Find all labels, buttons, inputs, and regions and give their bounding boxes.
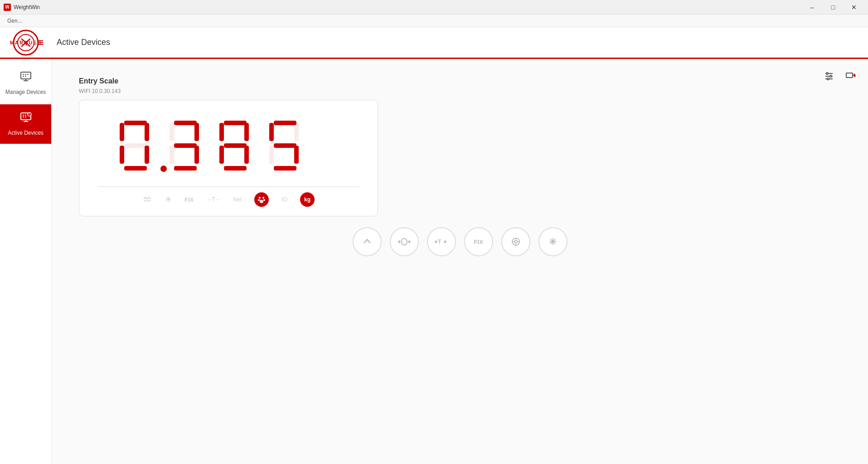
scale-name: Entry Scale [79,77,841,85]
sidebar: Manage Devices [0,59,52,464]
svg-rect-71 [174,143,197,148]
svg-rect-77 [224,166,247,171]
svg-rect-76 [224,143,247,148]
svg-point-26 [826,73,828,74]
marques-logo: MARQUES [9,29,43,56]
svg-text:T: T [438,239,441,245]
svg-rect-83 [274,143,296,148]
svg-rect-86 [294,146,299,164]
svg-rect-78 [219,123,224,141]
maximize-button[interactable]: □ [823,0,844,15]
svg-rect-75 [224,121,247,125]
indicator-io: IO [281,196,287,203]
svg-rect-13 [25,76,26,77]
disconnect-button[interactable] [843,68,859,84]
fix-button[interactable]: FIX [464,227,493,256]
title-bar-left: W WeightWin [4,4,40,11]
seven-segment-svg [115,116,342,175]
tare-button[interactable]: T [427,227,456,256]
svg-rect-74 [194,146,199,164]
indicator-tare: →T← [206,196,220,203]
svg-point-88 [259,197,261,199]
digital-display [97,114,359,177]
settings-button[interactable] [821,68,837,84]
svg-rect-29 [846,73,853,78]
active-devices-icon [19,112,32,127]
sidebar-item-manage-devices[interactable]: Manage Devices [0,63,51,103]
svg-rect-65 [120,123,124,141]
svg-rect-82 [274,121,296,125]
svg-rect-64 [124,166,147,171]
header-title: Active Devices [57,38,110,47]
zero-button[interactable] [390,227,419,256]
svg-rect-11 [27,74,29,75]
svg-rect-12 [23,76,24,77]
scale-wifi: WIFI 10.0.30.143 [79,88,841,94]
title-bar: W WeightWin – □ ✕ [0,0,868,15]
asterisk-button[interactable]: ✳ [538,227,567,256]
indicator-fix: FIX [184,196,194,203]
svg-rect-85 [269,123,274,141]
svg-rect-20 [25,115,26,116]
sidebar-item-active-devices[interactable]: Active Devices [0,104,51,143]
window-title: WeightWin [14,4,40,10]
svg-rect-73 [194,123,199,141]
app-icon: W [4,4,11,11]
main-content: Entry Scale WIFI 10.0.30.143 [52,59,868,464]
top-right-icons [821,68,859,84]
manage-devices-icon [19,71,32,86]
svg-rect-68 [145,146,149,164]
indicator-net: Net [233,196,242,203]
menu-bar: Gen... [0,15,868,27]
svg-rect-19 [23,115,24,116]
svg-rect-67 [120,146,124,164]
svg-rect-70 [174,121,197,125]
svg-rect-60 [294,123,299,141]
svg-point-69 [160,166,167,172]
svg-rect-35 [124,143,147,148]
svg-rect-45 [170,123,174,141]
svg-rect-66 [145,123,149,141]
svg-rect-80 [219,146,224,164]
svg-point-90 [258,199,260,201]
svg-point-89 [262,197,264,199]
window-controls: – □ ✕ [802,0,864,15]
scale-card: ✳ FIX →T← Net [79,100,378,216]
indicator-animal [254,192,269,207]
app-header: MARQUES Active Devices [0,27,868,59]
target-button[interactable] [501,227,530,256]
sidebar-label-manage: Manage Devices [5,89,46,95]
svg-point-100 [514,240,517,243]
close-button[interactable]: ✕ [844,0,864,15]
up-arrow-button[interactable] [353,227,382,256]
app-container: MARQUES Active Devices [0,27,868,464]
svg-point-27 [830,75,832,77]
menu-gen[interactable]: Gen... [4,17,26,25]
indicator-asterisk: ✳ [165,195,172,205]
svg-rect-79 [244,123,249,141]
svg-point-92 [260,200,263,203]
svg-point-28 [827,78,829,80]
svg-rect-9 [23,74,24,75]
control-buttons: T FIX [79,227,841,256]
svg-text:MARQUES: MARQUES [10,40,42,45]
logo-area: MARQUES [9,29,43,56]
svg-rect-6 [21,72,31,79]
content-area: Manage Devices [0,59,868,464]
minimize-button[interactable]: – [802,0,823,15]
svg-rect-94 [402,239,407,245]
svg-rect-10 [25,74,26,75]
indicator-stable [142,194,152,205]
svg-rect-21 [23,117,24,117]
indicator-bar: ✳ FIX →T← Net [97,186,359,207]
svg-point-91 [263,199,265,201]
svg-rect-63 [124,121,147,125]
svg-rect-47 [170,146,174,164]
svg-rect-72 [174,166,197,171]
svg-rect-61 [269,146,274,164]
indicator-kg: kg [300,192,315,207]
svg-rect-81 [244,146,249,164]
svg-rect-84 [274,166,296,171]
sidebar-label-active: Active Devices [8,130,44,136]
svg-rect-22 [25,117,26,117]
